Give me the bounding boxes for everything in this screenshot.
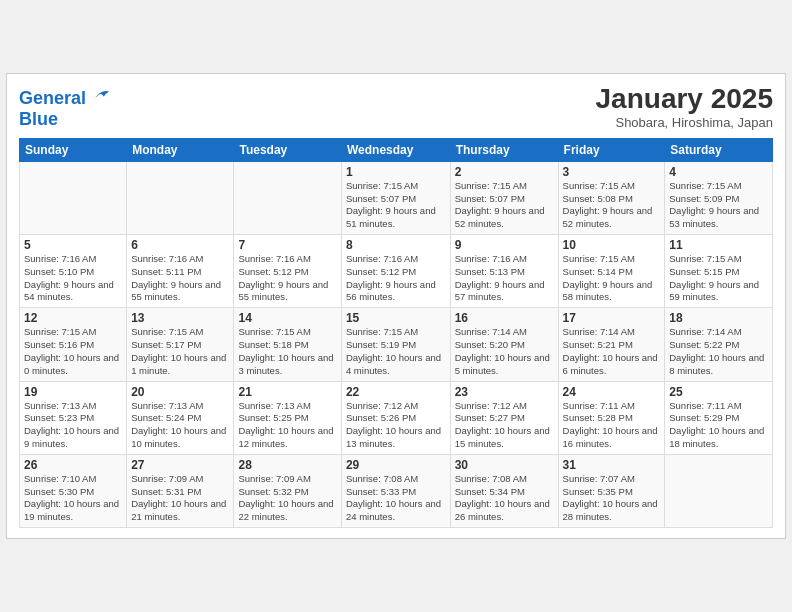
day-number: 5 (24, 238, 122, 252)
calendar-cell: 21Sunrise: 7:13 AM Sunset: 5:25 PM Dayli… (234, 381, 341, 454)
calendar-cell (20, 161, 127, 234)
day-info: Sunrise: 7:15 AM Sunset: 5:17 PM Dayligh… (131, 326, 229, 377)
calendar-cell (234, 161, 341, 234)
calendar-cell: 17Sunrise: 7:14 AM Sunset: 5:21 PM Dayli… (558, 308, 665, 381)
day-number: 22 (346, 385, 446, 399)
calendar-cell: 1Sunrise: 7:15 AM Sunset: 5:07 PM Daylig… (341, 161, 450, 234)
calendar-cell: 30Sunrise: 7:08 AM Sunset: 5:34 PM Dayli… (450, 454, 558, 527)
day-info: Sunrise: 7:12 AM Sunset: 5:26 PM Dayligh… (346, 400, 446, 451)
calendar-cell: 14Sunrise: 7:15 AM Sunset: 5:18 PM Dayli… (234, 308, 341, 381)
day-info: Sunrise: 7:09 AM Sunset: 5:31 PM Dayligh… (131, 473, 229, 524)
day-info: Sunrise: 7:13 AM Sunset: 5:25 PM Dayligh… (238, 400, 336, 451)
day-info: Sunrise: 7:16 AM Sunset: 5:12 PM Dayligh… (346, 253, 446, 304)
logo: General Blue (19, 86, 111, 130)
calendar-cell: 6Sunrise: 7:16 AM Sunset: 5:11 PM Daylig… (127, 235, 234, 308)
day-number: 12 (24, 311, 122, 325)
day-number: 17 (563, 311, 661, 325)
day-info: Sunrise: 7:11 AM Sunset: 5:29 PM Dayligh… (669, 400, 768, 451)
day-info: Sunrise: 7:15 AM Sunset: 5:18 PM Dayligh… (238, 326, 336, 377)
calendar-cell: 10Sunrise: 7:15 AM Sunset: 5:14 PM Dayli… (558, 235, 665, 308)
calendar-container: General Blue January 2025 Shobara, Hiros… (6, 73, 786, 539)
calendar-title: January 2025 (596, 84, 773, 115)
calendar-cell: 9Sunrise: 7:16 AM Sunset: 5:13 PM Daylig… (450, 235, 558, 308)
calendar-cell: 11Sunrise: 7:15 AM Sunset: 5:15 PM Dayli… (665, 235, 773, 308)
day-info: Sunrise: 7:15 AM Sunset: 5:14 PM Dayligh… (563, 253, 661, 304)
day-number: 9 (455, 238, 554, 252)
day-info: Sunrise: 7:15 AM Sunset: 5:15 PM Dayligh… (669, 253, 768, 304)
day-number: 21 (238, 385, 336, 399)
day-info: Sunrise: 7:16 AM Sunset: 5:13 PM Dayligh… (455, 253, 554, 304)
day-info: Sunrise: 7:15 AM Sunset: 5:08 PM Dayligh… (563, 180, 661, 231)
calendar-cell: 13Sunrise: 7:15 AM Sunset: 5:17 PM Dayli… (127, 308, 234, 381)
day-info: Sunrise: 7:13 AM Sunset: 5:23 PM Dayligh… (24, 400, 122, 451)
day-number: 26 (24, 458, 122, 472)
weekday-header-saturday: Saturday (665, 138, 773, 161)
calendar-cell (665, 454, 773, 527)
day-number: 4 (669, 165, 768, 179)
day-info: Sunrise: 7:15 AM Sunset: 5:19 PM Dayligh… (346, 326, 446, 377)
day-info: Sunrise: 7:07 AM Sunset: 5:35 PM Dayligh… (563, 473, 661, 524)
day-info: Sunrise: 7:16 AM Sunset: 5:11 PM Dayligh… (131, 253, 229, 304)
calendar-cell: 19Sunrise: 7:13 AM Sunset: 5:23 PM Dayli… (20, 381, 127, 454)
calendar-cell: 5Sunrise: 7:16 AM Sunset: 5:10 PM Daylig… (20, 235, 127, 308)
day-number: 10 (563, 238, 661, 252)
day-number: 8 (346, 238, 446, 252)
day-number: 27 (131, 458, 229, 472)
calendar-cell: 22Sunrise: 7:12 AM Sunset: 5:26 PM Dayli… (341, 381, 450, 454)
day-info: Sunrise: 7:15 AM Sunset: 5:09 PM Dayligh… (669, 180, 768, 231)
day-info: Sunrise: 7:11 AM Sunset: 5:28 PM Dayligh… (563, 400, 661, 451)
day-number: 30 (455, 458, 554, 472)
day-number: 6 (131, 238, 229, 252)
calendar-cell: 3Sunrise: 7:15 AM Sunset: 5:08 PM Daylig… (558, 161, 665, 234)
weekday-header-sunday: Sunday (20, 138, 127, 161)
day-number: 16 (455, 311, 554, 325)
weekday-header-wednesday: Wednesday (341, 138, 450, 161)
calendar-cell: 28Sunrise: 7:09 AM Sunset: 5:32 PM Dayli… (234, 454, 341, 527)
calendar-cell: 18Sunrise: 7:14 AM Sunset: 5:22 PM Dayli… (665, 308, 773, 381)
day-info: Sunrise: 7:10 AM Sunset: 5:30 PM Dayligh… (24, 473, 122, 524)
day-info: Sunrise: 7:09 AM Sunset: 5:32 PM Dayligh… (238, 473, 336, 524)
calendar-subtitle: Shobara, Hiroshima, Japan (596, 115, 773, 130)
calendar-cell: 26Sunrise: 7:10 AM Sunset: 5:30 PM Dayli… (20, 454, 127, 527)
day-number: 1 (346, 165, 446, 179)
day-info: Sunrise: 7:15 AM Sunset: 5:07 PM Dayligh… (346, 180, 446, 231)
weekday-header-thursday: Thursday (450, 138, 558, 161)
calendar-cell (127, 161, 234, 234)
calendar-cell: 27Sunrise: 7:09 AM Sunset: 5:31 PM Dayli… (127, 454, 234, 527)
day-number: 31 (563, 458, 661, 472)
day-info: Sunrise: 7:14 AM Sunset: 5:20 PM Dayligh… (455, 326, 554, 377)
calendar-cell: 25Sunrise: 7:11 AM Sunset: 5:29 PM Dayli… (665, 381, 773, 454)
day-info: Sunrise: 7:16 AM Sunset: 5:10 PM Dayligh… (24, 253, 122, 304)
weekday-header-monday: Monday (127, 138, 234, 161)
title-section: January 2025 Shobara, Hiroshima, Japan (596, 84, 773, 130)
day-info: Sunrise: 7:14 AM Sunset: 5:22 PM Dayligh… (669, 326, 768, 377)
day-number: 29 (346, 458, 446, 472)
day-number: 28 (238, 458, 336, 472)
header-section: General Blue January 2025 Shobara, Hiros… (19, 84, 773, 130)
calendar-cell: 7Sunrise: 7:16 AM Sunset: 5:12 PM Daylig… (234, 235, 341, 308)
calendar-cell: 20Sunrise: 7:13 AM Sunset: 5:24 PM Dayli… (127, 381, 234, 454)
day-number: 24 (563, 385, 661, 399)
logo-bird-icon (93, 86, 111, 104)
calendar-cell: 16Sunrise: 7:14 AM Sunset: 5:20 PM Dayli… (450, 308, 558, 381)
calendar-cell: 15Sunrise: 7:15 AM Sunset: 5:19 PM Dayli… (341, 308, 450, 381)
calendar-cell: 12Sunrise: 7:15 AM Sunset: 5:16 PM Dayli… (20, 308, 127, 381)
weekday-header-tuesday: Tuesday (234, 138, 341, 161)
day-number: 23 (455, 385, 554, 399)
calendar-cell: 29Sunrise: 7:08 AM Sunset: 5:33 PM Dayli… (341, 454, 450, 527)
day-number: 3 (563, 165, 661, 179)
weekday-header-friday: Friday (558, 138, 665, 161)
day-number: 11 (669, 238, 768, 252)
calendar-cell: 2Sunrise: 7:15 AM Sunset: 5:07 PM Daylig… (450, 161, 558, 234)
day-number: 20 (131, 385, 229, 399)
day-info: Sunrise: 7:14 AM Sunset: 5:21 PM Dayligh… (563, 326, 661, 377)
day-info: Sunrise: 7:16 AM Sunset: 5:12 PM Dayligh… (238, 253, 336, 304)
day-info: Sunrise: 7:08 AM Sunset: 5:33 PM Dayligh… (346, 473, 446, 524)
calendar-cell: 8Sunrise: 7:16 AM Sunset: 5:12 PM Daylig… (341, 235, 450, 308)
day-info: Sunrise: 7:12 AM Sunset: 5:27 PM Dayligh… (455, 400, 554, 451)
logo-blue-text: Blue (19, 109, 111, 130)
calendar-cell: 24Sunrise: 7:11 AM Sunset: 5:28 PM Dayli… (558, 381, 665, 454)
day-info: Sunrise: 7:08 AM Sunset: 5:34 PM Dayligh… (455, 473, 554, 524)
day-number: 15 (346, 311, 446, 325)
calendar-cell: 23Sunrise: 7:12 AM Sunset: 5:27 PM Dayli… (450, 381, 558, 454)
